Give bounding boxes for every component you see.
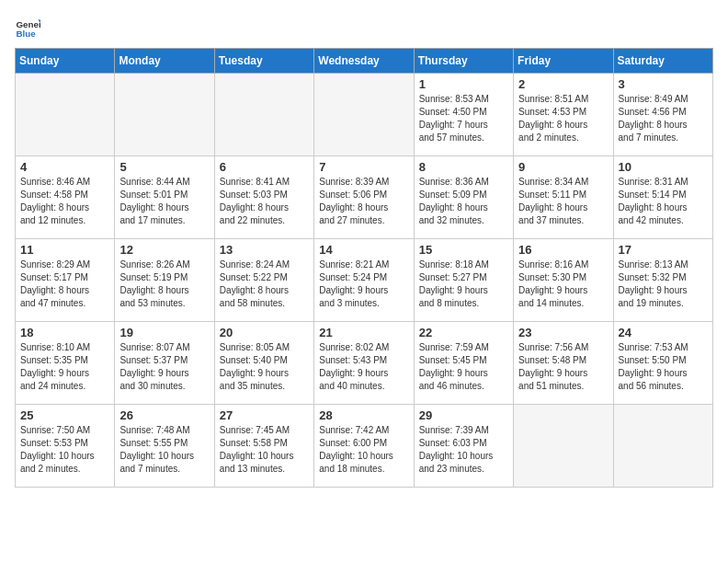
- calendar-cell: 27Sunrise: 7:45 AM Sunset: 5:58 PM Dayli…: [214, 405, 313, 488]
- day-info: Sunrise: 8:07 AM Sunset: 5:37 PM Dayligh…: [119, 341, 209, 393]
- calendar-cell: 28Sunrise: 7:42 AM Sunset: 6:00 PM Dayli…: [314, 405, 414, 488]
- calendar-cell: [115, 74, 214, 156]
- calendar-cell: [514, 405, 613, 488]
- day-info: Sunrise: 7:42 AM Sunset: 6:00 PM Dayligh…: [319, 424, 408, 476]
- day-info: Sunrise: 8:21 AM Sunset: 5:24 PM Dayligh…: [319, 259, 408, 310]
- day-info: Sunrise: 7:48 AM Sunset: 5:55 PM Dayligh…: [119, 424, 209, 476]
- calendar-cell: 1Sunrise: 8:53 AM Sunset: 4:50 PM Daylig…: [414, 74, 513, 156]
- calendar-cell: 5Sunrise: 8:44 AM Sunset: 5:01 PM Daylig…: [115, 156, 214, 239]
- calendar-cell: 9Sunrise: 8:34 AM Sunset: 5:11 PM Daylig…: [514, 156, 613, 239]
- day-number: 9: [518, 160, 608, 174]
- day-number: 8: [419, 160, 508, 174]
- calendar-cell: 4Sunrise: 8:46 AM Sunset: 4:58 PM Daylig…: [16, 156, 115, 239]
- col-header-monday: Monday: [115, 49, 214, 74]
- day-number: 16: [518, 243, 608, 257]
- calendar-cell: 17Sunrise: 8:13 AM Sunset: 5:32 PM Dayli…: [613, 239, 712, 322]
- day-number: 24: [619, 326, 708, 339]
- day-number: 11: [20, 243, 109, 257]
- day-number: 1: [419, 77, 508, 91]
- calendar-cell: 21Sunrise: 8:02 AM Sunset: 5:43 PM Dayli…: [314, 322, 414, 405]
- calendar-cell: 20Sunrise: 8:05 AM Sunset: 5:40 PM Dayli…: [214, 322, 313, 405]
- logo-icon: General Blue: [15, 15, 40, 40]
- day-info: Sunrise: 8:16 AM Sunset: 5:30 PM Dayligh…: [518, 259, 608, 310]
- day-number: 4: [20, 160, 109, 174]
- logo: General Blue: [15, 15, 44, 40]
- day-info: Sunrise: 8:51 AM Sunset: 4:53 PM Dayligh…: [518, 93, 608, 144]
- day-number: 5: [119, 160, 209, 174]
- calendar-week-2: 4Sunrise: 8:46 AM Sunset: 4:58 PM Daylig…: [16, 156, 713, 239]
- calendar-week-5: 25Sunrise: 7:50 AM Sunset: 5:53 PM Dayli…: [16, 405, 713, 488]
- col-header-wednesday: Wednesday: [314, 49, 414, 74]
- calendar-week-1: 1Sunrise: 8:53 AM Sunset: 4:50 PM Daylig…: [16, 74, 713, 156]
- day-info: Sunrise: 8:29 AM Sunset: 5:17 PM Dayligh…: [20, 259, 109, 310]
- day-number: 19: [119, 326, 209, 339]
- col-header-saturday: Saturday: [613, 49, 712, 74]
- day-number: 14: [319, 243, 408, 257]
- day-number: 10: [619, 160, 708, 174]
- calendar-cell: 6Sunrise: 8:41 AM Sunset: 5:03 PM Daylig…: [214, 156, 313, 239]
- day-info: Sunrise: 8:05 AM Sunset: 5:40 PM Dayligh…: [220, 341, 309, 393]
- col-header-sunday: Sunday: [16, 49, 115, 74]
- header: General Blue: [15, 15, 713, 40]
- day-number: 7: [319, 160, 408, 174]
- day-number: 6: [220, 160, 309, 174]
- day-info: Sunrise: 7:59 AM Sunset: 5:45 PM Dayligh…: [419, 341, 508, 393]
- day-number: 15: [419, 243, 508, 257]
- day-info: Sunrise: 8:26 AM Sunset: 5:19 PM Dayligh…: [119, 259, 209, 310]
- day-info: Sunrise: 8:02 AM Sunset: 5:43 PM Dayligh…: [319, 341, 408, 393]
- calendar-cell: 12Sunrise: 8:26 AM Sunset: 5:19 PM Dayli…: [115, 239, 214, 322]
- day-info: Sunrise: 8:44 AM Sunset: 5:01 PM Dayligh…: [119, 176, 209, 227]
- calendar-cell: 22Sunrise: 7:59 AM Sunset: 5:45 PM Dayli…: [414, 322, 513, 405]
- calendar-cell: 24Sunrise: 7:53 AM Sunset: 5:50 PM Dayli…: [613, 322, 712, 405]
- calendar-header-row: SundayMondayTuesdayWednesdayThursdayFrid…: [16, 49, 713, 74]
- calendar-week-3: 11Sunrise: 8:29 AM Sunset: 5:17 PM Dayli…: [16, 239, 713, 322]
- day-number: 28: [319, 408, 408, 422]
- calendar-cell: 3Sunrise: 8:49 AM Sunset: 4:56 PM Daylig…: [613, 74, 712, 156]
- day-number: 22: [419, 326, 508, 339]
- day-info: Sunrise: 8:39 AM Sunset: 5:06 PM Dayligh…: [319, 176, 408, 227]
- calendar-cell: 14Sunrise: 8:21 AM Sunset: 5:24 PM Dayli…: [314, 239, 414, 322]
- calendar-cell: 2Sunrise: 8:51 AM Sunset: 4:53 PM Daylig…: [514, 74, 613, 156]
- day-info: Sunrise: 8:49 AM Sunset: 4:56 PM Dayligh…: [619, 93, 708, 144]
- calendar-cell: [314, 74, 414, 156]
- day-number: 23: [518, 326, 608, 339]
- calendar-cell: 10Sunrise: 8:31 AM Sunset: 5:14 PM Dayli…: [613, 156, 712, 239]
- calendar-cell: 11Sunrise: 8:29 AM Sunset: 5:17 PM Dayli…: [16, 239, 115, 322]
- svg-text:Blue: Blue: [16, 29, 36, 39]
- calendar-cell: [16, 74, 115, 156]
- calendar-cell: 19Sunrise: 8:07 AM Sunset: 5:37 PM Dayli…: [115, 322, 214, 405]
- col-header-thursday: Thursday: [414, 49, 513, 74]
- col-header-friday: Friday: [514, 49, 613, 74]
- calendar-table: SundayMondayTuesdayWednesdayThursdayFrid…: [15, 48, 713, 488]
- calendar-cell: 16Sunrise: 8:16 AM Sunset: 5:30 PM Dayli…: [514, 239, 613, 322]
- calendar-cell: 15Sunrise: 8:18 AM Sunset: 5:27 PM Dayli…: [414, 239, 513, 322]
- day-number: 29: [419, 408, 508, 422]
- day-info: Sunrise: 7:39 AM Sunset: 6:03 PM Dayligh…: [419, 424, 508, 476]
- calendar-cell: 7Sunrise: 8:39 AM Sunset: 5:06 PM Daylig…: [314, 156, 414, 239]
- day-info: Sunrise: 8:34 AM Sunset: 5:11 PM Dayligh…: [518, 176, 608, 227]
- day-number: 3: [619, 77, 708, 91]
- day-number: 17: [619, 243, 708, 257]
- day-info: Sunrise: 8:46 AM Sunset: 4:58 PM Dayligh…: [20, 176, 109, 227]
- day-info: Sunrise: 7:56 AM Sunset: 5:48 PM Dayligh…: [518, 341, 608, 393]
- day-info: Sunrise: 7:50 AM Sunset: 5:53 PM Dayligh…: [20, 424, 109, 476]
- calendar-cell: 26Sunrise: 7:48 AM Sunset: 5:55 PM Dayli…: [115, 405, 214, 488]
- calendar-week-4: 18Sunrise: 8:10 AM Sunset: 5:35 PM Dayli…: [16, 322, 713, 405]
- calendar-cell: 23Sunrise: 7:56 AM Sunset: 5:48 PM Dayli…: [514, 322, 613, 405]
- day-number: 18: [20, 326, 109, 339]
- day-info: Sunrise: 8:31 AM Sunset: 5:14 PM Dayligh…: [619, 176, 708, 227]
- day-info: Sunrise: 8:13 AM Sunset: 5:32 PM Dayligh…: [619, 259, 708, 310]
- day-info: Sunrise: 8:53 AM Sunset: 4:50 PM Dayligh…: [419, 93, 508, 144]
- day-info: Sunrise: 7:53 AM Sunset: 5:50 PM Dayligh…: [619, 341, 708, 393]
- calendar-cell: 29Sunrise: 7:39 AM Sunset: 6:03 PM Dayli…: [414, 405, 513, 488]
- day-number: 12: [119, 243, 209, 257]
- calendar-cell: [214, 74, 313, 156]
- day-number: 26: [119, 408, 209, 422]
- calendar-cell: 8Sunrise: 8:36 AM Sunset: 5:09 PM Daylig…: [414, 156, 513, 239]
- day-info: Sunrise: 8:36 AM Sunset: 5:09 PM Dayligh…: [419, 176, 508, 227]
- day-number: 13: [220, 243, 309, 257]
- day-info: Sunrise: 7:45 AM Sunset: 5:58 PM Dayligh…: [220, 424, 309, 476]
- calendar-cell: 25Sunrise: 7:50 AM Sunset: 5:53 PM Dayli…: [16, 405, 115, 488]
- calendar-cell: 13Sunrise: 8:24 AM Sunset: 5:22 PM Dayli…: [214, 239, 313, 322]
- day-number: 20: [220, 326, 309, 339]
